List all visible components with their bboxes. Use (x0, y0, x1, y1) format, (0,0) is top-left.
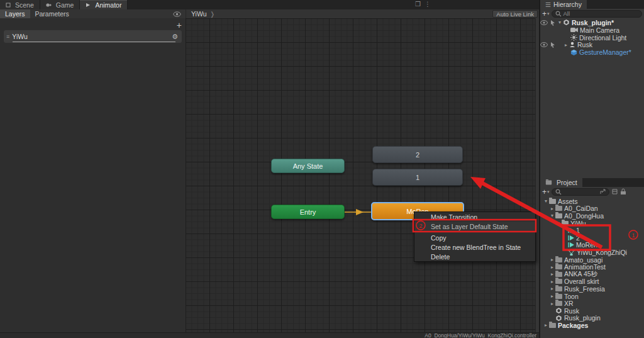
project-item-a0-caidan[interactable]: ▸ A0_CaiDan (540, 205, 644, 213)
animator-icon (86, 3, 91, 8)
pick-icon[interactable] (550, 42, 555, 48)
entry-node[interactable]: Entry (271, 205, 345, 219)
search-icon (555, 11, 562, 17)
auto-live-link-button[interactable]: Auto Live Link (492, 10, 538, 18)
light-icon (570, 34, 577, 41)
tab-game[interactable]: Game (40, 0, 80, 9)
tab-parameters[interactable]: Parameters (30, 9, 74, 18)
breadcrumb[interactable]: YiWu (191, 10, 207, 18)
folder-open-icon (562, 221, 569, 226)
expander-icon[interactable]: ▾ (543, 198, 549, 204)
expander-icon[interactable]: ▸ (549, 286, 555, 291)
expander-icon[interactable]: ▸ (549, 257, 555, 262)
project-item-xr[interactable]: ▸ XR (540, 300, 644, 307)
folder-icon (555, 301, 562, 306)
hierarchy-row-directional-light[interactable]: Directional Light (540, 34, 644, 42)
project-item-overall-skirt[interactable]: ▸ Overall skirt (540, 278, 644, 286)
expander-icon[interactable]: ▸ (549, 264, 555, 270)
tab-animator[interactable]: Animator (80, 0, 128, 9)
expander-icon[interactable]: ▸ (549, 293, 555, 299)
eye-icon[interactable] (173, 11, 181, 17)
visibility-packages-icon[interactable] (611, 188, 618, 195)
folder-icon (555, 294, 562, 299)
layers-panel: + ≡ YiWu ⚙ (0, 18, 186, 332)
project-tab-folder-icon (546, 181, 552, 185)
project-item-rusk-scene[interactable]: Rusk (540, 307, 644, 315)
expander-icon[interactable]: ▸ (549, 206, 555, 211)
project-tree: ▾ Assets ▸ A0_CaiDan ▾ A0_DongHua ▾ YiWu (540, 196, 644, 329)
hierarchy-row-rusk-plugin[interactable]: ▾ Rusk_plugin* (540, 19, 644, 26)
hierarchy-create-button[interactable]: +▾ (542, 9, 550, 18)
expander-icon[interactable]: ▸ (563, 42, 569, 48)
expander-icon[interactable]: ▸ (549, 279, 555, 284)
project-item-packages[interactable]: ▸ Packages (540, 322, 644, 329)
unity-scene-icon (563, 19, 570, 26)
menu-item-set-default-state[interactable]: Set as Layer Default State (414, 222, 535, 231)
folder-icon (555, 206, 562, 211)
status-bar: A0_DongHua/YiWu/YiWu_KongZhiQi.controlle… (0, 332, 539, 338)
menu-item-create-blendtree[interactable]: Create new BlendTree in State (414, 242, 535, 252)
project-item-rusk-plugin-scene[interactable]: Rusk_plugin (540, 315, 644, 322)
chevron-right-icon: ❭ (210, 11, 215, 18)
tab-project[interactable]: Project (540, 178, 582, 187)
layer-item-yiwu[interactable]: ≡ YiWu ⚙ (4, 30, 182, 43)
animation-clip-icon (568, 242, 574, 248)
tab-layers[interactable]: Layers (0, 9, 30, 18)
layer-weight-slider[interactable] (13, 42, 175, 42)
hierarchy-icon: ☰ (545, 1, 551, 8)
project-item-clip-2[interactable]: 2 (540, 234, 644, 242)
expander-icon[interactable]: ▾ (557, 20, 563, 25)
hierarchy-row-gesturemanager[interactable]: GestureManager* (540, 48, 644, 56)
expander-icon[interactable]: ▾ (549, 213, 555, 218)
menu-item-make-transition[interactable]: Make Transition (414, 212, 535, 222)
folder-icon (549, 323, 556, 328)
kebab-menu-icon[interactable]: ⋮ (425, 1, 431, 8)
eye-icon[interactable] (540, 20, 548, 25)
animator-breadcrumb-bar: YiWu ❭ Auto Live Link (186, 9, 539, 18)
state-node-1[interactable]: 1 (372, 169, 463, 186)
project-item-assets[interactable]: ▾ Assets (540, 198, 644, 205)
layer-settings-gear-icon[interactable]: ⚙ (172, 33, 178, 41)
menu-item-delete[interactable]: Delete (414, 252, 535, 261)
expander-icon[interactable]: ▸ (549, 271, 555, 277)
project-item-yiwu-kongzhiqi[interactable]: YiWu_KongZhiQi (540, 249, 644, 256)
project-search-input[interactable] (552, 188, 609, 196)
project-item-a0-donghua[interactable]: ▾ A0_DongHua (540, 212, 644, 220)
hierarchy-row-main-camera[interactable]: Main Camera (540, 26, 644, 34)
folder-icon (555, 279, 562, 284)
add-layer-button[interactable]: + (177, 20, 182, 30)
expander-icon[interactable]: ▸ (543, 322, 549, 328)
project-item-rusk-freesia[interactable]: ▸ Rusk_Freesia (540, 285, 644, 293)
game-icon (46, 3, 52, 8)
project-item-toon[interactable]: ▸ Toon (540, 293, 644, 300)
folder-icon (555, 286, 562, 291)
project-item-clip-1[interactable]: 1 (540, 227, 644, 234)
folder-open-icon (555, 213, 562, 218)
tab-scene[interactable]: Scene (0, 0, 40, 9)
eye-icon[interactable] (540, 42, 548, 47)
folder-icon (555, 272, 562, 277)
project-item-clip-moren[interactable]: MoRen (540, 242, 644, 249)
project-create-button[interactable]: +▾ (542, 188, 550, 196)
lock-icon[interactable] (620, 188, 626, 195)
project-item-anka[interactable]: ▸ ANKA 45秒 (540, 271, 644, 278)
layout-icon[interactable]: ❐ (415, 1, 421, 8)
hierarchy-search-input[interactable]: All (552, 10, 642, 18)
pick-icon[interactable] (550, 20, 555, 26)
menu-separator (417, 232, 533, 232)
state-node-2[interactable]: 2 (372, 146, 463, 163)
project-item-amato-usagi[interactable]: ▸ Amato_usagi (540, 256, 644, 264)
animator-controller-icon (568, 249, 575, 256)
any-state-node[interactable]: Any State (271, 159, 345, 173)
hierarchy-row-rusk[interactable]: ▸ Rusk (540, 41, 644, 48)
expander-icon[interactable]: ▸ (549, 301, 555, 307)
animator-graph-canvas[interactable] (186, 18, 535, 332)
state-context-menu: Make Transition Set as Layer Default Sta… (414, 211, 536, 262)
search-jump-icon[interactable] (600, 189, 606, 194)
expander-icon[interactable]: ▾ (555, 220, 562, 226)
project-item-yiwu-folder[interactable]: ▾ YiWu (540, 220, 644, 227)
menu-item-copy[interactable]: Copy (414, 233, 535, 242)
search-icon (555, 189, 562, 195)
drag-handle-icon[interactable]: ≡ (6, 33, 9, 40)
tab-hierarchy[interactable]: ☰ Hierarchy (540, 0, 587, 9)
